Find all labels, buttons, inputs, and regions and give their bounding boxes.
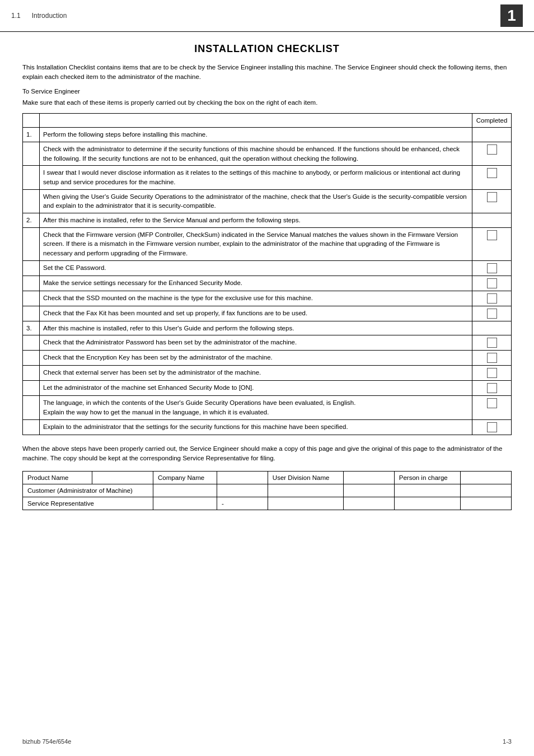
item-checkbox — [472, 366, 512, 381]
col-company-value — [217, 472, 268, 484]
item-desc: Check with the administrator to determin… — [40, 142, 472, 166]
page-footer: bizhub 754e/654e 1-3 — [22, 738, 512, 745]
main-content: INSTALLATION CHECKLIST This Installation… — [0, 32, 534, 549]
checkbox[interactable] — [487, 368, 497, 378]
service-label: Service Representative — [23, 497, 153, 510]
customer-company2 — [217, 484, 268, 497]
checkbox[interactable] — [487, 168, 497, 178]
item-num-empty — [23, 306, 40, 321]
item-check — [472, 128, 512, 142]
checkbox[interactable] — [487, 144, 497, 155]
item-num-empty — [23, 396, 40, 419]
service-division2 — [343, 497, 394, 510]
checkbox[interactable] — [487, 338, 497, 348]
checklist-table: Completed 1. Perform the following steps… — [22, 113, 512, 435]
item-desc: Let the administrator of the machine set… — [40, 381, 472, 396]
checkbox[interactable] — [487, 309, 497, 319]
item-num-empty — [23, 419, 40, 435]
item-desc: Check that the Administrator Password ha… — [40, 335, 472, 351]
footer-right: 1-3 — [503, 738, 512, 745]
customer-person2 — [460, 484, 511, 497]
item-num-empty — [23, 351, 40, 366]
table-row: 2. After this machine is installed, refe… — [23, 213, 512, 228]
service-division — [268, 497, 343, 510]
checkbox[interactable] — [487, 230, 497, 240]
table-row: Check that the SSD mounted on the machin… — [23, 291, 512, 306]
item-checkbox — [472, 396, 512, 419]
item-num-empty — [23, 166, 40, 189]
checkbox[interactable] — [487, 192, 497, 202]
instruction-text: Make sure that each of these items is pr… — [22, 98, 512, 108]
table-row: Check that the Administrator Password ha… — [23, 335, 512, 351]
table-row: Make the service settings necessary for … — [23, 276, 512, 291]
item-check — [472, 213, 512, 228]
item-desc: I swear that I would never disclose info… — [40, 166, 472, 189]
item-checkbox — [472, 335, 512, 351]
table-row: 1. Perform the following steps before in… — [23, 128, 512, 142]
service-person — [394, 497, 460, 510]
info-table: Product Name Company Name User Division … — [22, 471, 512, 510]
page-title: INSTALLATION CHECKLIST — [22, 43, 512, 55]
page-header: 1.1 Introduction 1 — [0, 0, 534, 32]
col-person-value — [460, 472, 511, 484]
table-row: Check that the Encryption Key has been s… — [23, 351, 512, 366]
section-title: Introduction — [32, 12, 67, 20]
table-row: Set the CE Password. — [23, 260, 512, 276]
item-checkbox — [472, 276, 512, 291]
customer-division2 — [343, 484, 394, 497]
item-desc: Check that the SSD mounted on the machin… — [40, 291, 472, 306]
item-num-empty — [23, 335, 40, 351]
to-label: To Service Engineer — [22, 88, 512, 95]
table-row: Check with the administrator to determin… — [23, 142, 512, 166]
item-checkbox — [472, 227, 512, 260]
item-checkbox — [472, 306, 512, 321]
customer-label: Customer (Administrator of Machine) — [23, 484, 153, 497]
customer-division — [268, 484, 343, 497]
item-checkbox — [472, 260, 512, 276]
item-desc: When giving the User's Guide Security Op… — [40, 189, 472, 213]
item-checkbox — [472, 419, 512, 435]
item-checkbox — [472, 166, 512, 189]
col-product-value — [92, 472, 153, 484]
service-person2 — [460, 497, 511, 510]
col-completed: Completed — [472, 113, 512, 128]
item-num-empty — [23, 227, 40, 260]
item-num-empty — [23, 291, 40, 306]
customer-company — [153, 484, 217, 497]
table-header-row: Completed — [23, 113, 512, 128]
table-row: 3. After this machine is installed, refe… — [23, 321, 512, 335]
checkbox[interactable] — [487, 383, 497, 393]
item-num-empty — [23, 381, 40, 396]
info-row-service: Service Representative - — [23, 497, 512, 510]
footer-paragraph: When the above steps have been properly … — [22, 444, 512, 464]
col-person-name: Person in charge — [394, 472, 460, 484]
item-desc: After this machine is installed, refer t… — [40, 213, 472, 228]
item-num-empty — [23, 142, 40, 166]
checkbox[interactable] — [487, 293, 497, 304]
item-desc: Check that the Firmware version (MFP Con… — [40, 227, 472, 260]
item-desc: Perform the following steps before insta… — [40, 128, 472, 142]
intro-paragraph: This Installation Checklist contains ite… — [22, 63, 512, 82]
item-num: 3. — [23, 321, 40, 335]
table-row: Let the administrator of the machine set… — [23, 381, 512, 396]
checkbox[interactable] — [487, 398, 497, 408]
col-division-value — [343, 472, 394, 484]
item-desc: Explain to the administrator that the se… — [40, 419, 472, 435]
item-desc: Check that the Encryption Key has been s… — [40, 351, 472, 366]
info-header-row: Product Name Company Name User Division … — [23, 472, 512, 484]
checkbox[interactable] — [487, 278, 497, 288]
item-desc: The language, in which the contents of t… — [40, 396, 472, 419]
item-desc: Check that external server has been set … — [40, 366, 472, 381]
item-checkbox — [472, 142, 512, 166]
checkbox[interactable] — [487, 422, 497, 432]
col-product-name: Product Name — [23, 472, 92, 484]
table-row: Explain to the administrator that the se… — [23, 419, 512, 435]
col-desc — [40, 113, 472, 128]
table-row: Check that the Fax Kit has been mounted … — [23, 306, 512, 321]
checkbox[interactable] — [487, 353, 497, 363]
section-number: 1.1 — [11, 12, 21, 20]
checkbox[interactable] — [487, 263, 497, 273]
item-num-empty — [23, 366, 40, 381]
table-row: Check that external server has been set … — [23, 366, 512, 381]
customer-person — [394, 484, 460, 497]
